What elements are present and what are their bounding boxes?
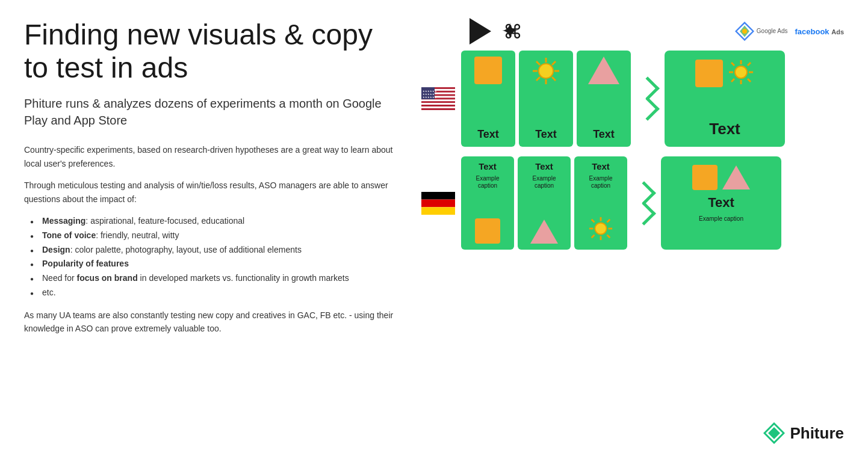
svg-line-29 bbox=[731, 63, 734, 66]
us-variants: Text bbox=[461, 51, 631, 147]
us-variant-card-2: Text bbox=[519, 51, 573, 147]
top-icons-row: ✦ ⌘ Google Ads facebook Ads bbox=[421, 18, 844, 45]
de-variant-card-1: Text Example caption bbox=[461, 156, 514, 250]
svg-rect-10 bbox=[421, 103, 455, 105]
svg-text:⌘: ⌘ bbox=[503, 21, 522, 43]
de-card-caption-1: Example caption bbox=[466, 175, 509, 189]
google-ads-label: Google Ads bbox=[757, 28, 788, 35]
de-sun bbox=[588, 216, 613, 244]
us-experiment-row: ★★★★★★ ★★★★★ ★★★★★★ Text bbox=[421, 51, 844, 147]
body-text-2: Through meticulous testing and analysis … bbox=[24, 179, 397, 206]
us-winner-label: Text bbox=[709, 120, 740, 138]
svg-text:★★★★★★: ★★★★★★ bbox=[423, 96, 437, 99]
de-experiment-row: Text Example caption Text Example captio… bbox=[421, 156, 844, 250]
right-panel: ✦ ⌘ Google Ads facebook Ads bbox=[421, 18, 844, 450]
svg-line-43 bbox=[607, 220, 610, 223]
svg-rect-34 bbox=[421, 192, 455, 200]
de-winner-triangle bbox=[722, 165, 750, 189]
list-item: Need for focus on brand in developed mar… bbox=[30, 271, 397, 286]
facebook-ads-logo: facebook Ads bbox=[795, 27, 844, 36]
triangle-icon bbox=[588, 57, 619, 84]
de-card-label-3: Text bbox=[592, 161, 610, 171]
svg-line-41 bbox=[592, 220, 595, 223]
us-chevron bbox=[639, 80, 656, 117]
svg-rect-11 bbox=[421, 106, 455, 108]
card-label-2: Text bbox=[535, 128, 557, 141]
list-item: Messaging: aspirational, feature-focused… bbox=[30, 214, 397, 229]
winner-orange-square bbox=[695, 60, 723, 87]
card-label-1: Text bbox=[477, 128, 499, 141]
winner-sun bbox=[728, 59, 754, 88]
svg-point-45 bbox=[595, 223, 606, 234]
sun-icon bbox=[532, 57, 560, 85]
svg-line-20 bbox=[536, 61, 540, 65]
de-triangle bbox=[530, 220, 558, 244]
phiture-logo: Phiture bbox=[763, 422, 844, 444]
de-card-caption-2: Example caption bbox=[522, 175, 566, 189]
winner-shapes bbox=[695, 59, 754, 88]
svg-rect-35 bbox=[421, 199, 455, 207]
de-chevron-down-icon bbox=[632, 202, 656, 226]
de-variant-card-2: Text Example caption bbox=[518, 156, 571, 250]
de-winner-square bbox=[692, 165, 718, 190]
svg-line-44 bbox=[592, 235, 595, 238]
orange-square-icon bbox=[474, 57, 502, 84]
de-card-label-2: Text bbox=[535, 161, 553, 171]
de-winner-card: Text Example caption bbox=[661, 156, 781, 250]
phiture-label: Phiture bbox=[790, 424, 844, 443]
body-text-3: As many UA teams are also constantly tes… bbox=[24, 309, 397, 336]
de-chevron bbox=[636, 185, 653, 222]
brand-logos: Google Ads facebook Ads bbox=[735, 22, 844, 41]
google-ads-diamond-icon bbox=[735, 22, 754, 41]
svg-rect-9 bbox=[421, 99, 455, 101]
subtitle: Phiture runs & analyzes dozens of experi… bbox=[24, 95, 397, 129]
svg-line-42 bbox=[607, 235, 610, 238]
bullet-list: Messaging: aspirational, feature-focused… bbox=[30, 214, 397, 300]
svg-line-22 bbox=[552, 61, 556, 65]
svg-point-24 bbox=[539, 64, 553, 78]
phiture-diamond-icon bbox=[763, 422, 785, 444]
google-ads-logo: Google Ads bbox=[735, 22, 788, 41]
us-winner-card: Text bbox=[665, 51, 785, 147]
us-flag: ★★★★★★ ★★★★★ ★★★★★★ bbox=[421, 87, 455, 110]
list-item: etc. bbox=[30, 286, 397, 300]
svg-line-23 bbox=[536, 77, 540, 81]
svg-line-30 bbox=[748, 79, 751, 82]
us-variant-card-1: Text bbox=[461, 51, 515, 147]
de-flag bbox=[421, 192, 455, 215]
svg-line-32 bbox=[731, 79, 734, 82]
card-label-3: Text bbox=[593, 128, 615, 141]
left-panel: Finding new visuals & copy to test in ad… bbox=[24, 18, 409, 450]
app-store-icon: ✦ ⌘ bbox=[501, 19, 525, 43]
us-variant-card-3: Text bbox=[577, 51, 631, 147]
de-card-caption-3: Example caption bbox=[579, 175, 622, 189]
de-card-label-1: Text bbox=[479, 161, 497, 171]
svg-point-33 bbox=[735, 66, 747, 78]
svg-point-4 bbox=[742, 29, 747, 34]
svg-rect-36 bbox=[421, 207, 455, 215]
list-item: Design: color palette, photography, layo… bbox=[30, 243, 397, 257]
body-text-1: Country-specific experiments, based on r… bbox=[24, 143, 397, 170]
de-variant-card-3: Text Example caption bbox=[574, 156, 627, 250]
svg-line-31 bbox=[748, 63, 751, 66]
de-winner-caption: Example caption bbox=[699, 215, 743, 222]
list-item: Tone of voice: friendly, neutral, witty bbox=[30, 229, 397, 243]
google-play-icon bbox=[470, 18, 491, 45]
experiment-section: ★★★★★★ ★★★★★ ★★★★★★ Text bbox=[421, 51, 844, 450]
platform-icons: ✦ ⌘ bbox=[470, 18, 525, 45]
de-winner-label: Text bbox=[708, 195, 734, 211]
list-item: Popularity of features bbox=[30, 257, 397, 271]
svg-line-21 bbox=[552, 77, 556, 81]
de-winner-shapes bbox=[692, 165, 750, 190]
chevron-down-icon bbox=[636, 97, 660, 121]
de-variants: Text Example caption Text Example captio… bbox=[461, 156, 627, 250]
page-title: Finding new visuals & copy to test in ad… bbox=[24, 18, 397, 84]
de-orange-square bbox=[475, 218, 500, 244]
